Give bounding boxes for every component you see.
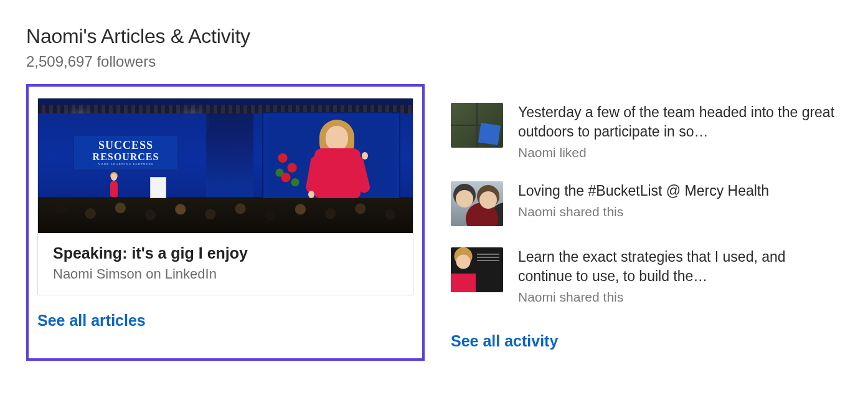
stage-sign: SUCCESS RESOURCES YOUR LEARNING PARTNERS <box>73 135 179 171</box>
sign-tagline: YOUR LEARNING PARTNERS <box>98 163 153 166</box>
activity-action: Naomi shared this <box>518 204 842 219</box>
activity-title: Loving the #BucketList @ Mercy Health <box>518 181 842 201</box>
activity-item[interactable]: Yesterday a few of the team headed into … <box>451 103 842 160</box>
audience-crowd <box>38 198 413 233</box>
see-all-activity-link[interactable]: See all activity <box>451 332 842 350</box>
articles-column: SUCCESS RESOURCES YOUR LEARNING PARTNERS <box>26 84 425 361</box>
activity-text: Yesterday a few of the team headed into … <box>518 103 842 160</box>
activity-action: Naomi shared this <box>518 290 842 305</box>
activity-item[interactable]: Loving the #BucketList @ Mercy Health Na… <box>451 181 842 226</box>
activity-action: Naomi liked <box>518 145 842 160</box>
columns: SUCCESS RESOURCES YOUR LEARNING PARTNERS <box>26 84 842 361</box>
activity-item[interactable]: Learn the exact strategies that I used, … <box>451 247 842 305</box>
article-title: Speaking: it's a gig I enjoy <box>53 244 398 262</box>
followers-count: 2,509,697 followers <box>26 53 842 70</box>
article-hero-image: SUCCESS RESOURCES YOUR LEARNING PARTNERS <box>38 98 413 233</box>
activity-thumbnail <box>451 247 503 292</box>
activity-text: Learn the exact strategies that I used, … <box>518 247 842 305</box>
activity-thumbnail <box>451 181 503 226</box>
speaker-figure <box>108 173 120 197</box>
sign-line-1: SUCCESS <box>98 140 153 151</box>
activity-thumbnail <box>451 103 503 148</box>
article-body: Speaking: it's a gig I enjoy Naomi Simso… <box>38 233 413 295</box>
flowers-icon <box>273 148 304 197</box>
article-byline: Naomi Simson on LinkedIn <box>53 266 398 282</box>
sign-line-2: RESOURCES <box>93 151 159 163</box>
stage-lightbox <box>150 177 166 198</box>
presenter-figure <box>306 120 368 206</box>
featured-article-card[interactable]: SUCCESS RESOURCES YOUR LEARNING PARTNERS <box>37 98 413 295</box>
see-all-articles-link[interactable]: See all articles <box>37 312 422 330</box>
activity-column: Yesterday a few of the team headed into … <box>451 84 842 361</box>
jumbo-screen <box>262 112 400 206</box>
activity-title: Learn the exact strategies that I used, … <box>518 247 842 286</box>
section-title: Naomi's Articles & Activity <box>26 25 842 48</box>
activity-title: Yesterday a few of the team headed into … <box>518 103 842 141</box>
activity-text: Loving the #BucketList @ Mercy Health Na… <box>518 181 842 219</box>
